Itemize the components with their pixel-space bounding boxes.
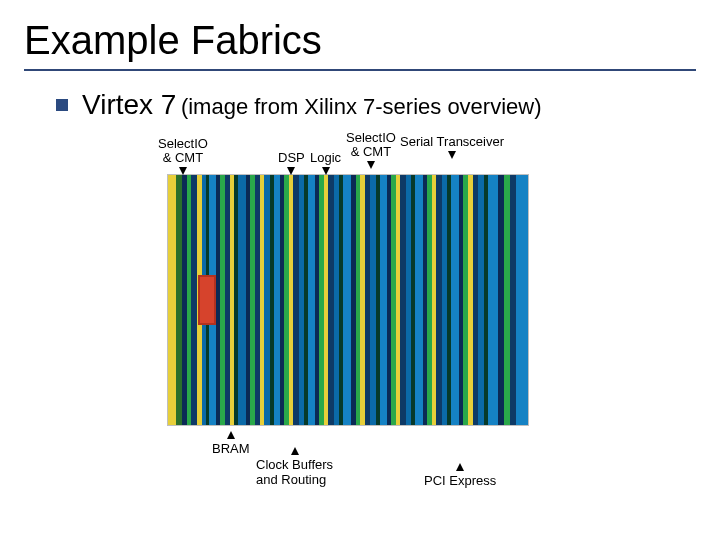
chip-stripe	[406, 175, 411, 425]
chip-stripe	[284, 175, 289, 425]
chip-stripe	[436, 175, 442, 425]
arrow-down-icon	[287, 167, 295, 175]
label-clock-buffers: Clock Buffersand Routing	[256, 447, 333, 487]
chip-stripe	[391, 175, 396, 425]
label-serial-transceiver: Serial Transceiver	[400, 135, 504, 159]
arrow-down-icon	[367, 161, 375, 169]
svg-marker-0	[179, 167, 187, 175]
chip-stripe	[264, 175, 270, 425]
label-text: Serial Transceiver	[400, 134, 504, 149]
chip-stripe	[356, 175, 360, 425]
arrow-up-icon	[291, 447, 299, 455]
chip-stripe	[308, 175, 315, 425]
chip-stripe	[176, 175, 182, 425]
chip-stripe	[274, 175, 280, 425]
chip-stripe	[339, 175, 343, 425]
chip-stripe	[463, 175, 468, 425]
svg-marker-7	[456, 463, 464, 471]
bullet-text-wrap: Virtex 7 (image from Xilinx 7-series ove…	[82, 89, 542, 121]
chip-stripe	[230, 175, 234, 425]
chip-stripe	[225, 175, 230, 425]
chip-stripe	[400, 175, 406, 425]
fpga-die-image	[168, 175, 528, 425]
chip-stripe	[365, 175, 370, 425]
chip-stripe	[238, 175, 246, 425]
chip-stripe	[315, 175, 319, 425]
svg-marker-1	[287, 167, 295, 175]
title-area: Example Fabrics	[0, 0, 720, 71]
chip-stripe	[504, 175, 510, 425]
chip-stripe	[260, 175, 264, 425]
chip-stripe	[168, 175, 176, 425]
arrow-down-icon	[179, 167, 187, 175]
chip-stripe	[478, 175, 484, 425]
chip-stripe	[289, 175, 293, 425]
chip-stripe	[473, 175, 478, 425]
label-text: BRAM	[212, 441, 250, 456]
arrow-down-icon	[322, 167, 330, 175]
label-text: SelectIO& CMT	[346, 130, 396, 159]
chip-stripe	[415, 175, 423, 425]
svg-marker-2	[322, 167, 330, 175]
chip-stripe	[182, 175, 187, 425]
chip-stripe	[250, 175, 255, 425]
bullet-paren: (image from Xilinx 7-series overview)	[181, 94, 542, 119]
label-logic: Logic	[310, 151, 341, 175]
chip-stripe	[510, 175, 516, 425]
arrow-down-icon	[448, 151, 456, 159]
chip-stripe	[191, 175, 197, 425]
chip-stripe	[319, 175, 324, 425]
slide-title: Example Fabrics	[24, 18, 696, 63]
chip-stripe	[380, 175, 387, 425]
chip-stripe	[387, 175, 391, 425]
arrow-up-icon	[227, 431, 235, 439]
chip-stripe	[255, 175, 260, 425]
chip-stripe	[299, 175, 304, 425]
label-selectio-cmt-left: SelectIO& CMT	[158, 137, 208, 175]
svg-marker-3	[367, 161, 375, 169]
svg-marker-5	[227, 431, 235, 439]
chip-stripe	[370, 175, 376, 425]
label-bram: BRAM	[212, 431, 250, 456]
chip-stripe	[427, 175, 432, 425]
chip-stripe	[351, 175, 356, 425]
bullet-square-icon	[56, 99, 68, 111]
bullet-main: Virtex 7	[82, 89, 176, 120]
chip-stripe	[411, 175, 415, 425]
chip-stripe	[220, 175, 225, 425]
chip-stripe	[360, 175, 365, 425]
chip-stripe	[216, 175, 220, 425]
chip-stripe	[442, 175, 447, 425]
chip-stripe	[270, 175, 274, 425]
label-dsp: DSP	[278, 151, 305, 175]
chip-stripe	[484, 175, 488, 425]
chip-stripe	[432, 175, 436, 425]
slide-body: Virtex 7 (image from Xilinx 7-series ove…	[0, 71, 720, 495]
chip-stripe	[234, 175, 238, 425]
svg-marker-4	[448, 151, 456, 159]
figure: SelectIO& CMT DSP Logic SelectIO& CMT Se…	[164, 129, 654, 495]
chip-stripe	[334, 175, 339, 425]
slide: Example Fabrics Virtex 7 (image from Xil…	[0, 0, 720, 540]
chip-stripe	[293, 175, 299, 425]
top-labels: SelectIO& CMT DSP Logic SelectIO& CMT Se…	[164, 129, 654, 175]
label-text: DSP	[278, 150, 305, 165]
bottom-labels: BRAM Clock Buffersand Routing PCI Expres…	[168, 425, 654, 495]
chip-stripe	[488, 175, 498, 425]
chip-stripe	[304, 175, 308, 425]
label-text: SelectIO& CMT	[158, 136, 208, 165]
label-text: Logic	[310, 150, 341, 165]
bullet-row: Virtex 7 (image from Xilinx 7-series ove…	[56, 89, 696, 121]
chip-stripe	[468, 175, 473, 425]
chip-stripe	[328, 175, 334, 425]
chip-stripe	[423, 175, 427, 425]
chip-stripe	[246, 175, 250, 425]
chip-stripe	[343, 175, 351, 425]
label-selectio-cmt-right: SelectIO& CMT	[346, 131, 396, 169]
chip-stripe	[516, 175, 528, 425]
chip-stripe	[451, 175, 459, 425]
label-text: PCI Express	[424, 473, 496, 488]
label-pci-express: PCI Express	[424, 463, 496, 488]
chip-stripe	[447, 175, 451, 425]
chip-stripe	[280, 175, 284, 425]
